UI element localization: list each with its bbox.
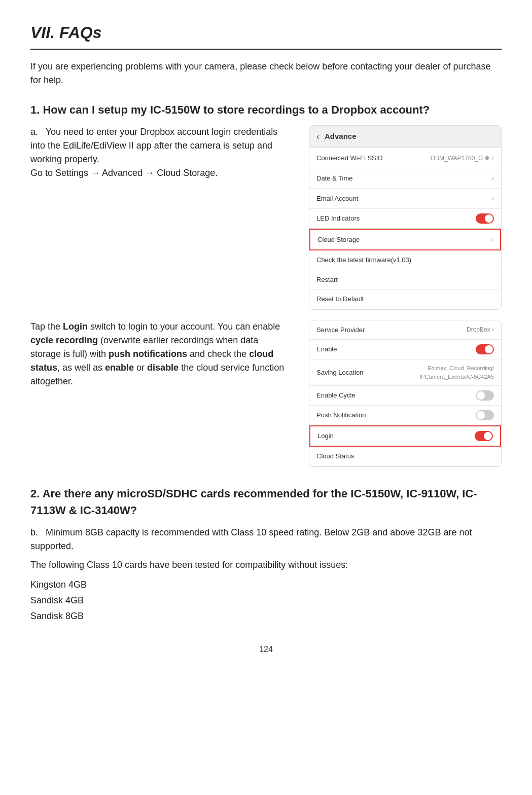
saving-location-value: Edimax_Cloud_Recording/IPCamera_Events/I… bbox=[419, 364, 494, 381]
row-enable-cycle: Enable Cycle bbox=[309, 386, 501, 406]
datetime-label: Date & Time bbox=[316, 173, 353, 184]
screenshot1: ‹ Advance Connected Wi-Fi SSID OBM_WAP17… bbox=[309, 125, 502, 310]
screenshot2: Service Provider DropBox › Enable Saving… bbox=[309, 320, 502, 467]
section2-para1: Minimum 8GB capacity is recommended with… bbox=[30, 527, 472, 551]
row-wifi: Connected Wi-Fi SSID OBM_WAP1750_G ⊗ › bbox=[309, 148, 501, 168]
service-provider-value: DropBox › bbox=[467, 325, 494, 334]
row-led: LED Indicators bbox=[309, 209, 501, 229]
cloud-storage-chevron-icon: › bbox=[490, 234, 493, 245]
wifi-signal-icon: ⊗ bbox=[485, 154, 489, 162]
card-kingston: Kingston 4GB bbox=[30, 578, 502, 592]
wifi-ssid-text: OBM_WAP1750_G bbox=[431, 154, 483, 163]
page-number: 124 bbox=[30, 643, 502, 656]
row-email: Email Account › bbox=[309, 189, 501, 209]
row-cloud-status: Cloud Status bbox=[309, 447, 501, 466]
login-label: Login bbox=[317, 431, 334, 441]
screenshot1-header: ‹ Advance bbox=[309, 126, 501, 148]
row-login: Login bbox=[309, 425, 501, 447]
login-bold: Login bbox=[63, 321, 88, 332]
section1-text: a. You need to enter your Dropbox accoun… bbox=[30, 125, 294, 180]
reset-label: Reset to Default bbox=[316, 294, 364, 304]
row-service-provider: Service Provider DropBox › bbox=[309, 320, 501, 340]
row-restart: Restart bbox=[309, 270, 501, 290]
section2-heading: 2. Are there any microSD/SDHC cards reco… bbox=[30, 485, 502, 519]
cloud-status-label: Cloud Status bbox=[316, 451, 354, 461]
cloud-storage-label: Cloud Storage bbox=[317, 235, 360, 245]
row-datetime: Date & Time › bbox=[309, 168, 501, 189]
section1-para1: You need to enter your Dropbox account l… bbox=[30, 127, 277, 164]
enable-cycle-toggle bbox=[476, 390, 494, 401]
firmware-label: Check the latest firmware(v1.03) bbox=[316, 255, 411, 265]
cycle-bold: cycle recording bbox=[30, 335, 98, 345]
back-arrow-icon: ‹ bbox=[316, 130, 320, 143]
section1-content: a. You need to enter your Dropbox accoun… bbox=[30, 125, 502, 310]
led-label: LED Indicators bbox=[316, 213, 360, 224]
datetime-chevron-icon: › bbox=[491, 173, 494, 184]
email-chevron-icon: › bbox=[491, 193, 494, 204]
enable-toggle bbox=[476, 344, 494, 354]
intro-paragraph: If you are experiencing problems with yo… bbox=[30, 60, 502, 87]
enable-cycle-label: Enable Cycle bbox=[316, 390, 356, 401]
section2-sublabel: b. Minimum 8GB capacity is recommended w… bbox=[30, 526, 502, 553]
card-sandisk4: Sandisk 4GB bbox=[30, 594, 502, 607]
screenshot1-title: Advance bbox=[325, 131, 357, 142]
service-provider-label: Service Provider bbox=[316, 325, 365, 335]
section1-para2: Tap the Login switch to login to your ac… bbox=[30, 320, 287, 388]
wifi-label: Connected Wi-Fi SSID bbox=[316, 153, 383, 163]
section1-settings-path: Go to Settings → Advanced → Cloud Storag… bbox=[30, 166, 294, 180]
section1-a-label: a. bbox=[30, 127, 38, 137]
row-cloud-storage: Cloud Storage › bbox=[309, 229, 501, 250]
email-label: Email Account bbox=[316, 194, 358, 204]
wifi-chevron-icon: › bbox=[491, 153, 494, 163]
section1-lower: Tap the Login switch to login to your ac… bbox=[30, 320, 502, 467]
push-notification-toggle bbox=[476, 410, 494, 420]
page-title: VII. FAQs bbox=[30, 20, 502, 50]
card-sandisk8: Sandisk 8GB bbox=[30, 609, 502, 623]
section2-para2: The following Class 10 cards have been t… bbox=[30, 558, 502, 572]
section2-b-label: b. bbox=[30, 527, 38, 537]
disable-bold: disable bbox=[147, 363, 179, 373]
led-toggle bbox=[476, 213, 494, 224]
push-notification-label: Push Notification bbox=[316, 410, 366, 420]
saving-location-label: Saving Location bbox=[316, 368, 364, 378]
wifi-value: OBM_WAP1750_G ⊗ › bbox=[431, 153, 494, 163]
section1-lower-text: Tap the Login switch to login to your ac… bbox=[30, 320, 287, 388]
section1-heading: 1. How can I setup my IC-5150W to store … bbox=[30, 101, 502, 118]
row-push-notification: Push Notification bbox=[309, 406, 501, 425]
push-notif-bold: push notifications bbox=[109, 349, 187, 359]
enable-label: Enable bbox=[316, 344, 337, 354]
section1-sublabel: a. You need to enter your Dropbox accoun… bbox=[30, 125, 294, 166]
login-toggle bbox=[475, 431, 493, 441]
enable-bold: enable bbox=[105, 363, 134, 373]
restart-label: Restart bbox=[316, 275, 338, 285]
row-reset: Reset to Default bbox=[309, 290, 501, 309]
row-enable: Enable bbox=[309, 340, 501, 359]
row-saving-location: Saving Location Edimax_Cloud_Recording/I… bbox=[309, 359, 501, 386]
row-firmware: Check the latest firmware(v1.03) bbox=[309, 250, 501, 270]
